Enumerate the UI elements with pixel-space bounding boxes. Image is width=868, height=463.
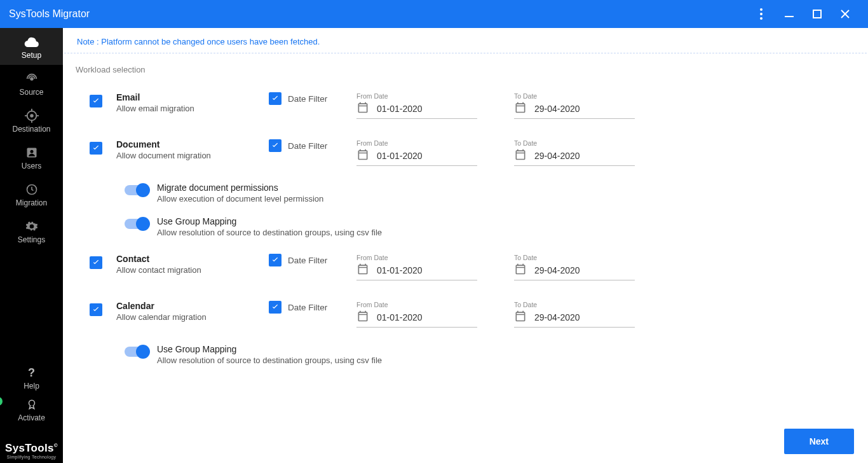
sidebar-item-label: Settings bbox=[18, 235, 45, 244]
contact-to-date-input[interactable] bbox=[534, 265, 635, 275]
calendar-icon[interactable] bbox=[356, 310, 369, 324]
target-icon bbox=[25, 108, 39, 123]
date-filter-label: Date Filter bbox=[288, 141, 327, 151]
doc-group-toggle[interactable] bbox=[125, 219, 149, 229]
email-date-filter-checkbox[interactable] bbox=[269, 92, 281, 105]
section-title: Workload selection bbox=[76, 65, 855, 74]
doc-perm-toggle[interactable] bbox=[125, 185, 149, 195]
date-filter-label: Date Filter bbox=[288, 303, 327, 312]
workload-title: Calendar bbox=[116, 301, 269, 311]
workload-sub: Allow calendar migration bbox=[116, 312, 269, 322]
workload-sub: Allow contact migration bbox=[116, 265, 269, 275]
to-date-label: To Date bbox=[514, 301, 672, 308]
email-from-date-input[interactable] bbox=[377, 104, 477, 114]
to-date-label: To Date bbox=[514, 139, 672, 147]
brand: SysTools© Simplifying Technology bbox=[0, 442, 63, 459]
email-checkbox[interactable] bbox=[90, 95, 102, 107]
option-title: Migrate document permissions bbox=[157, 183, 323, 193]
contact-from-date-input[interactable] bbox=[377, 265, 477, 275]
note-text: Note : Platform cannot be changed once u… bbox=[64, 28, 867, 53]
option-sub: Allow resolution of source to destinatio… bbox=[157, 356, 382, 365]
sidebar-item-setup[interactable]: Setup bbox=[0, 28, 63, 65]
email-to-date-input[interactable] bbox=[534, 104, 635, 114]
from-date-label: From Date bbox=[356, 92, 514, 100]
sidebar-item-label: Migration bbox=[16, 198, 47, 207]
user-icon bbox=[25, 145, 38, 160]
clock-icon bbox=[25, 182, 38, 197]
svg-point-15 bbox=[30, 150, 33, 153]
svg-point-7 bbox=[30, 77, 34, 81]
cal-group-toggle[interactable] bbox=[125, 347, 149, 357]
main: Note : Platform cannot be changed once u… bbox=[63, 28, 868, 463]
svg-point-0 bbox=[760, 8, 763, 11]
titlebar: SysTools Migrator bbox=[0, 0, 868, 28]
sidebar-item-help[interactable]: ? Help bbox=[0, 363, 63, 393]
calendar-icon[interactable] bbox=[514, 101, 527, 116]
calendar-date-filter-checkbox[interactable] bbox=[269, 301, 281, 314]
calendar-icon[interactable] bbox=[356, 148, 369, 163]
close-icon[interactable] bbox=[831, 0, 859, 28]
calendar-to-date-input[interactable] bbox=[534, 312, 635, 322]
workload-row-calendar: Calendar Allow calendar migration Date F… bbox=[76, 296, 855, 343]
to-date-label: To Date bbox=[514, 92, 672, 100]
option-title: Use Group Mapping bbox=[157, 344, 382, 354]
sidebar: Setup Source Destination Users Migration… bbox=[0, 28, 63, 463]
sidebar-item-settings[interactable]: Settings bbox=[0, 212, 63, 249]
app-title: SysTools Migrator bbox=[9, 8, 90, 20]
svg-point-8 bbox=[30, 114, 34, 118]
sidebar-item-destination[interactable]: Destination bbox=[0, 102, 63, 139]
award-icon bbox=[26, 397, 37, 412]
document-checkbox[interactable] bbox=[90, 142, 102, 155]
gear-icon bbox=[25, 219, 38, 234]
workload-title: Contact bbox=[116, 254, 269, 264]
broadcast-icon bbox=[25, 71, 39, 86]
sidebar-item-label: Activate bbox=[18, 413, 45, 422]
calendar-from-date-input[interactable] bbox=[377, 312, 477, 322]
from-date-label: From Date bbox=[356, 139, 514, 147]
from-date-label: From Date bbox=[356, 301, 514, 308]
more-icon[interactable] bbox=[747, 0, 775, 28]
sidebar-item-label: Help bbox=[24, 382, 39, 390]
to-date-label: To Date bbox=[514, 254, 672, 261]
calendar-icon[interactable] bbox=[514, 148, 527, 163]
document-date-filter-checkbox[interactable] bbox=[269, 139, 281, 152]
option-row-doc-perm: Migrate document permissions Allow execu… bbox=[76, 181, 855, 215]
calendar-icon[interactable] bbox=[356, 263, 369, 277]
sidebar-item-label: Users bbox=[22, 162, 41, 170]
workload-row-email: Email Allow email migration Date Filter … bbox=[76, 87, 855, 134]
sidebar-item-label: Destination bbox=[12, 125, 50, 134]
calendar-checkbox[interactable] bbox=[90, 303, 102, 316]
calendar-icon[interactable] bbox=[356, 101, 369, 116]
svg-rect-3 bbox=[785, 16, 794, 17]
calendar-icon[interactable] bbox=[514, 263, 527, 277]
cloud-icon bbox=[24, 34, 39, 50]
next-button[interactable]: Next bbox=[784, 429, 854, 454]
from-date-label: From Date bbox=[356, 254, 514, 261]
contact-checkbox[interactable] bbox=[90, 256, 102, 269]
option-row-cal-group: Use Group Mapping Allow resolution of so… bbox=[76, 343, 855, 377]
sidebar-item-source[interactable]: Source bbox=[0, 65, 63, 102]
workload-sub: Allow document migration bbox=[116, 151, 269, 160]
sidebar-item-label: Setup bbox=[22, 51, 41, 60]
document-to-date-input[interactable] bbox=[534, 151, 635, 161]
maximize-icon[interactable] bbox=[803, 0, 831, 28]
sidebar-item-migration[interactable]: Migration bbox=[0, 176, 63, 212]
help-icon: ? bbox=[28, 365, 35, 380]
option-sub: Allow resolution of source to destinatio… bbox=[157, 228, 382, 237]
minimize-icon[interactable] bbox=[775, 0, 803, 28]
document-from-date-input[interactable] bbox=[377, 151, 477, 161]
date-filter-label: Date Filter bbox=[288, 94, 327, 104]
svg-rect-4 bbox=[813, 10, 821, 18]
svg-point-1 bbox=[760, 13, 763, 15]
contact-date-filter-checkbox[interactable] bbox=[269, 254, 281, 266]
workload-title: Email bbox=[116, 92, 269, 102]
workload-sub: Allow email migration bbox=[116, 104, 269, 113]
sidebar-item-activate[interactable]: Activate bbox=[0, 397, 63, 425]
calendar-icon[interactable] bbox=[514, 310, 527, 324]
workload-title: Document bbox=[116, 139, 269, 149]
sidebar-item-label: Source bbox=[19, 88, 43, 97]
option-row-doc-group: Use Group Mapping Allow resolution of so… bbox=[76, 215, 855, 249]
sidebar-item-users[interactable]: Users bbox=[0, 139, 63, 176]
date-filter-label: Date Filter bbox=[288, 256, 327, 265]
option-sub: Allow execution of document level permis… bbox=[157, 194, 323, 204]
